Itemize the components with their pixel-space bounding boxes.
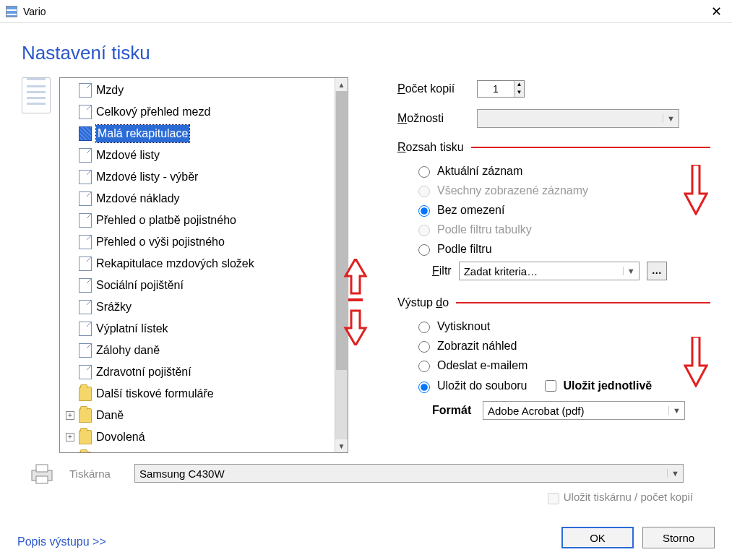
ok-button[interactable]: OK xyxy=(561,527,634,548)
page-icon xyxy=(79,365,92,379)
save-individually-checkbox[interactable] xyxy=(545,380,556,392)
tree-item-label: Zálohy daně xyxy=(96,342,160,359)
range-opt-unlimited[interactable]: Bez omezení xyxy=(397,200,710,220)
tree-item[interactable]: +Dovolená xyxy=(60,426,335,448)
save-individually-label: Uložit jednotlivě xyxy=(564,379,653,392)
format-label: Formát xyxy=(432,404,475,417)
svg-rect-1 xyxy=(36,465,48,472)
page-icon xyxy=(79,322,92,336)
chevron-down-icon[interactable]: ▼ xyxy=(668,406,684,415)
scroll-down-icon[interactable]: ▼ xyxy=(335,439,348,452)
page-icon xyxy=(79,257,92,271)
printer-label: Tiskárna xyxy=(69,468,127,480)
page-icon xyxy=(79,105,92,119)
folder-icon xyxy=(79,387,92,401)
tree-item-label: Celkový přehled mezd xyxy=(96,103,210,121)
options-combo[interactable]: ▼ xyxy=(477,109,679,128)
tree-item[interactable]: +Mzdové listy xyxy=(60,145,335,166)
document-icon xyxy=(22,77,51,113)
range-opt-filter[interactable]: Podle filtru xyxy=(397,239,710,259)
range-opt-table-filter: Podle filtru tabulky xyxy=(397,220,710,239)
expand-icon[interactable]: + xyxy=(66,433,74,441)
range-opt-current[interactable]: Aktuální záznam xyxy=(397,161,710,181)
tree-item-label: Mzdové listy xyxy=(96,147,160,164)
tree-scrollbar[interactable]: ▲ ▼ xyxy=(335,78,348,452)
tree-item[interactable]: +Mzdy xyxy=(60,79,335,101)
tree-item-label: Přehled o platbě pojistného xyxy=(96,212,236,229)
tree-item[interactable]: +Mzdové náklady xyxy=(60,188,335,210)
tree-item[interactable]: +Malá rekapitulace xyxy=(60,123,335,145)
page-icon xyxy=(79,83,92,98)
printer-icon xyxy=(27,462,56,485)
tree-item-label: Malá rekapitulace xyxy=(96,125,189,142)
page-icon xyxy=(79,126,92,141)
tree-item-label: Srážky xyxy=(96,298,132,316)
spinner-up-icon[interactable]: ▲ xyxy=(514,81,524,89)
tree-item[interactable]: +Sociální pojištění xyxy=(60,275,335,296)
output-opt-email[interactable]: Odeslat e-mailem xyxy=(397,356,710,375)
tree-item-label: Přehled o výši pojistného xyxy=(96,233,225,251)
chevron-down-icon[interactable]: ▼ xyxy=(663,114,679,123)
save-printer-checkbox xyxy=(548,493,559,504)
tree-item[interactable]: +Přehled o platbě pojistného xyxy=(60,210,335,231)
page-icon xyxy=(79,191,92,206)
tree-item[interactable]: +Přehled o výši pojistného xyxy=(60,231,335,253)
tree-item-label: Rekapitulace mzdových složek xyxy=(96,255,254,272)
scroll-up-icon[interactable]: ▲ xyxy=(335,78,348,91)
tree-item-label: Mzdové náklady xyxy=(96,190,180,207)
tree-item-label: Další tiskové formuláře xyxy=(96,385,214,402)
tree-item-label: Mzdové listy - výběr xyxy=(96,168,198,186)
page-icon xyxy=(79,213,92,228)
tree-item[interactable]: +Zdravotní pojištění xyxy=(60,361,335,383)
range-opt-all-shown: Všechny zobrazené záznamy xyxy=(397,181,710,200)
options-label: MožnostiMožnosti xyxy=(397,112,477,125)
tree-item[interactable]: +Celkový přehled mezd xyxy=(60,101,335,123)
save-printer-row: Uložit tiskárnu / počet kopií xyxy=(22,485,710,507)
page-icon xyxy=(79,343,92,358)
tree-item[interactable]: +Důchodové spoření xyxy=(60,448,335,452)
filter-combo[interactable]: Zadat kriteria… ▼ xyxy=(459,262,640,280)
page-title: Nastavení tisku xyxy=(22,42,710,64)
app-icon xyxy=(6,6,17,17)
tree-item[interactable]: +Zálohy daně xyxy=(60,340,335,361)
chevron-down-icon[interactable]: ▼ xyxy=(667,469,683,478)
tree-item[interactable]: +Výplatní lístek xyxy=(60,318,335,340)
close-icon[interactable]: ✕ xyxy=(707,4,726,20)
output-opt-preview[interactable]: Zobrazit náhled xyxy=(397,336,710,356)
tree-item[interactable]: +Daně xyxy=(60,405,335,426)
folder-icon xyxy=(79,408,92,423)
tree-item[interactable]: +Rekapitulace mzdových složek xyxy=(60,253,335,275)
filter-more-button[interactable]: … xyxy=(647,262,667,280)
filter-label: FiltrFiltr xyxy=(432,264,452,277)
expand-icon[interactable]: + xyxy=(66,411,74,420)
copies-spinner[interactable]: ▲▼ xyxy=(477,80,525,98)
page-icon xyxy=(79,148,92,163)
report-tree[interactable]: +Mzdy+Celkový přehled mezd+Malá rekapitu… xyxy=(59,77,348,453)
cancel-button[interactable]: Storno xyxy=(642,527,715,548)
tree-item-label: Dovolená xyxy=(96,428,145,446)
folder-icon xyxy=(79,430,92,444)
page-icon xyxy=(79,170,92,184)
tree-item-label: Výplatní lístek xyxy=(96,320,168,337)
tree-item-label: Důchodové spoření xyxy=(96,450,197,452)
spinner-down-icon[interactable]: ▼ xyxy=(514,89,524,97)
printer-combo[interactable]: Samsung C430W ▼ xyxy=(134,464,684,483)
tree-item-label: Sociální pojištění xyxy=(96,277,184,294)
chevron-down-icon[interactable]: ▼ xyxy=(623,267,639,275)
titlebar: Vario ✕ xyxy=(0,0,732,23)
page-icon xyxy=(79,300,92,314)
output-opt-print[interactable]: Vytisknout xyxy=(397,316,710,336)
tree-item[interactable]: +Další tiskové formuláře xyxy=(60,383,335,405)
copies-input[interactable] xyxy=(478,81,514,97)
tree-item[interactable]: +Srážky xyxy=(60,296,335,318)
tree-item-label: Zdravotní pojištění xyxy=(96,363,191,381)
svg-rect-2 xyxy=(36,476,48,483)
tree-item[interactable]: +Mzdové listy - výběr xyxy=(60,166,335,188)
range-group-title: Rozsah tiskuRozsah tisku xyxy=(397,141,710,154)
folder-icon xyxy=(79,452,92,452)
output-group-title: Výstup doVýstup do xyxy=(397,296,710,309)
output-description-link[interactable]: Popis výstupu >> xyxy=(17,535,106,548)
page-icon xyxy=(79,235,92,249)
output-opt-save[interactable]: Uložit do souboru Uložit jednotlivě xyxy=(397,375,710,397)
format-combo[interactable]: Adobe Acrobat (pdf) ▼ xyxy=(483,401,685,420)
